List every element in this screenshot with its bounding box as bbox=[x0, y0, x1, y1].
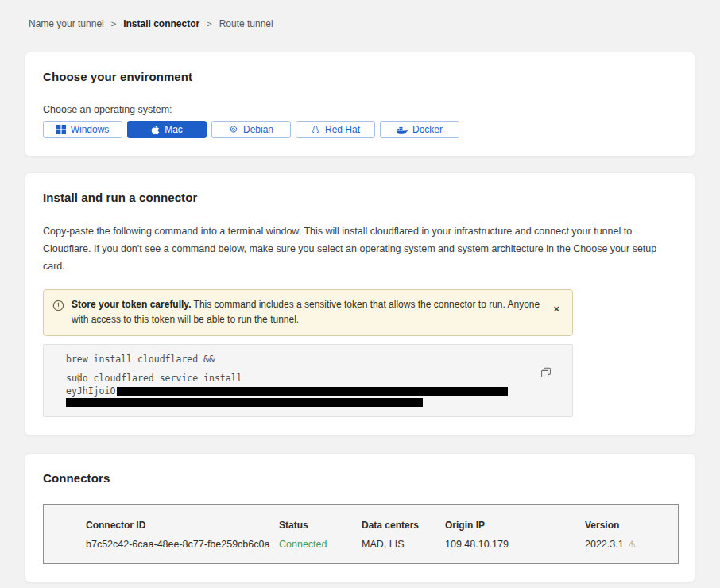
code-token-line: eyJhIjoiO bbox=[66, 385, 540, 398]
alert-circle-icon bbox=[52, 300, 64, 315]
install-card-description: Copy-paste the following command into a … bbox=[43, 223, 677, 276]
connector-id-value: b7c52c42-6caa-48ee-8c77-fbe259cb6c0a bbox=[86, 539, 279, 550]
version-number: 2022.3.1 bbox=[585, 539, 624, 550]
install-command-codeblock: brew install cloudflared && $ sudo cloud… bbox=[43, 344, 573, 418]
token-warning-banner: Store your token carefully. This command… bbox=[43, 289, 573, 336]
close-icon[interactable]: × bbox=[550, 297, 563, 320]
copy-icon[interactable] bbox=[539, 366, 553, 382]
redacted-token-bar bbox=[117, 387, 508, 396]
os-button-red-hat[interactable]: Red Hat bbox=[296, 121, 375, 138]
os-button-label: Red Hat bbox=[325, 124, 360, 135]
breadcrumb-install-connector[interactable]: Install connector bbox=[123, 18, 199, 29]
environment-card: Choose your environment Choose an operat… bbox=[25, 52, 695, 157]
code-line-service-install: $ sudo cloudflared service install eyJhI… bbox=[66, 373, 540, 407]
install-card-title: Install and run a connector bbox=[43, 191, 677, 204]
apple-icon bbox=[151, 125, 160, 135]
os-button-docker[interactable]: Docker bbox=[380, 121, 459, 138]
os-select-label: Choose an operating system: bbox=[43, 104, 677, 115]
os-button-windows[interactable]: Windows bbox=[43, 121, 122, 138]
table-row: b7c52c42-6caa-48ee-8c77-fbe259cb6c0a Con… bbox=[86, 539, 678, 550]
os-button-label: Mac bbox=[165, 124, 183, 135]
version-warning-icon: ⚠ bbox=[628, 540, 637, 549]
breadcrumb-separator: > bbox=[207, 19, 211, 29]
debian-icon bbox=[229, 125, 238, 134]
breadcrumb-name-your-tunnel[interactable]: Name your tunnel bbox=[29, 18, 104, 29]
breadcrumb-separator: > bbox=[111, 19, 116, 29]
code-command: sudo cloudflared service install bbox=[66, 373, 242, 384]
windows-icon bbox=[56, 125, 66, 134]
connectors-card-title: Connectors bbox=[43, 471, 677, 485]
token-warning-text: Store your token carefully. This command… bbox=[72, 297, 543, 328]
breadcrumb-route-tunnel[interactable]: Route tunnel bbox=[219, 18, 273, 29]
shell-prompt: $ bbox=[75, 373, 81, 385]
environment-card-title: Choose your environment bbox=[43, 70, 677, 83]
token-warning-title: Store your token carefully. bbox=[72, 299, 192, 310]
os-button-group: Windows Mac Debian Red Hat Docker bbox=[43, 121, 677, 138]
docker-icon bbox=[397, 126, 408, 134]
connectors-table-header: Connector ID Status Data centers Origin … bbox=[86, 520, 678, 531]
os-button-mac[interactable]: Mac bbox=[127, 121, 207, 138]
red-hat-icon bbox=[311, 125, 320, 135]
connectors-card: Connectors Connector ID Status Data cent… bbox=[25, 453, 695, 582]
version-value: 2022.3.1 ⚠ bbox=[585, 539, 678, 550]
os-button-debian[interactable]: Debian bbox=[211, 121, 291, 138]
data-centers-value: MAD, LIS bbox=[362, 539, 445, 550]
column-header-connector-id: Connector ID bbox=[86, 520, 279, 531]
column-header-origin-ip: Origin IP bbox=[445, 520, 585, 531]
connectors-table: Connector ID Status Data centers Origin … bbox=[43, 504, 679, 564]
os-button-label: Windows bbox=[71, 124, 110, 135]
column-header-version: Version bbox=[585, 520, 678, 531]
redacted-token-bar-2 bbox=[66, 398, 423, 407]
install-connector-card: Install and run a connector Copy-paste t… bbox=[25, 172, 695, 435]
column-header-data-centers: Data centers bbox=[362, 520, 445, 531]
code-line-brew: brew install cloudflared && bbox=[66, 354, 540, 366]
os-button-label: Docker bbox=[412, 124, 443, 135]
status-badge: Connected bbox=[279, 539, 362, 550]
os-button-label: Debian bbox=[243, 124, 273, 135]
token-prefix: eyJhIjoiO bbox=[66, 385, 115, 397]
origin-ip-value: 109.48.10.179 bbox=[445, 539, 585, 550]
column-header-status: Status bbox=[279, 520, 362, 531]
breadcrumb: Name your tunnel > Install connector > R… bbox=[0, 0, 720, 29]
